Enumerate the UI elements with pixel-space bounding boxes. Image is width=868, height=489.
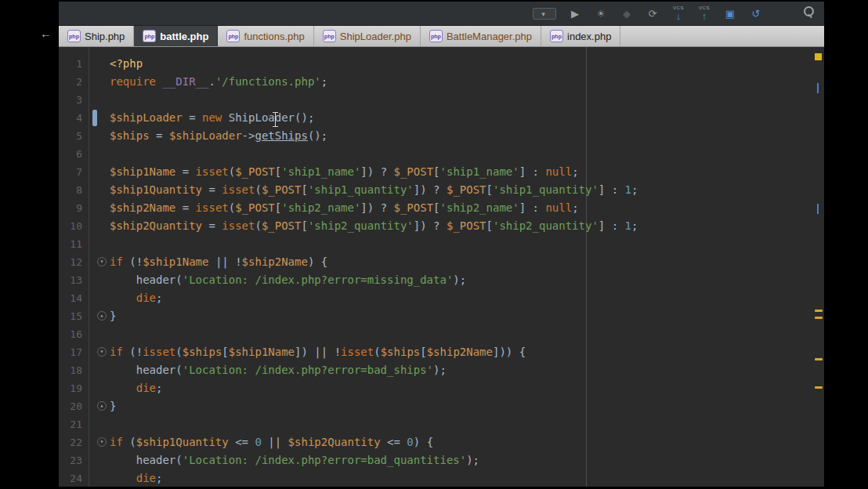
fold-expand-icon[interactable]: ▴ (97, 401, 107, 411)
code-line[interactable]: 10$ship2Quantity = isset($_POST['ship2_q… (59, 217, 813, 235)
gutter-cell (82, 163, 110, 181)
error-stripe[interactable] (813, 47, 824, 487)
tab-battle-php[interactable]: phpbattle.php (134, 26, 218, 46)
tab-index-php[interactable]: phpindex.php (541, 26, 620, 46)
search-everywhere-icon[interactable] (801, 4, 816, 23)
code-text: $ships = $shipLoader->getShips(); (110, 127, 327, 145)
fold-collapse-icon[interactable]: ▾ (97, 257, 107, 266)
line-number[interactable]: 4 (59, 109, 82, 127)
line-number[interactable]: 19 (59, 379, 82, 397)
gutter-cell (82, 109, 110, 127)
gutter-cell (82, 217, 110, 235)
line-number[interactable]: 9 (59, 199, 82, 217)
line-number[interactable]: 11 (59, 235, 82, 253)
vcs-update-icon[interactable]: VCS↓ (671, 4, 685, 23)
stripe-marker-warning[interactable] (815, 386, 823, 389)
code-line[interactable]: 20▴} (59, 397, 813, 415)
fold-collapse-icon[interactable]: ▾ (97, 437, 107, 447)
code-line[interactable]: 23 header('Location: /index.php?error=ba… (59, 451, 813, 469)
code-line[interactable]: 22▾if ($ship1Quantity <= 0 || $ship2Quan… (59, 433, 813, 451)
code-line[interactable]: 14 die; (59, 289, 813, 307)
stripe-marker-warning[interactable] (815, 317, 823, 319)
stripe-marker-warning[interactable] (815, 310, 823, 312)
stripe-marker-square[interactable] (815, 53, 822, 60)
stripe-marker-info[interactable] (817, 83, 819, 93)
gutter-cell (82, 289, 110, 307)
code-line[interactable]: 13 header('Location: /index.php?error=mi… (59, 271, 813, 289)
code-line[interactable]: 3 (59, 91, 813, 109)
rollback-icon[interactable]: ↺ (749, 4, 763, 23)
line-number[interactable]: 2 (59, 73, 82, 91)
line-number[interactable]: 13 (59, 271, 82, 289)
code-line[interactable]: 21 (59, 415, 813, 433)
code-line[interactable]: 12▾if (!$ship1Name || !$ship2Name) { (59, 253, 813, 271)
changes-icon[interactable]: ▣ (723, 4, 737, 23)
gutter-cell (82, 361, 110, 379)
line-number[interactable]: 10 (59, 217, 82, 235)
code-lines[interactable]: 1<?php2require __DIR__.'/functions.php';… (59, 55, 813, 487)
code-line[interactable]: 19 die; (59, 379, 813, 397)
fold-expand-icon[interactable]: ▴ (97, 311, 107, 321)
tab-Ship-php[interactable]: phpShip.php (59, 26, 134, 46)
code-line[interactable]: 11 (59, 235, 813, 253)
coverage-icon[interactable]: ☀ (594, 4, 608, 23)
code-text: header('Location: /index.php?error=bad_s… (110, 361, 447, 379)
code-editor: 1<?php2require __DIR__.'/functions.php';… (59, 47, 824, 487)
profiler-icon[interactable]: ◆ (620, 4, 634, 23)
line-number[interactable]: 24 (59, 469, 82, 487)
code-line[interactable]: 2require __DIR__.'/functions.php'; (59, 73, 813, 91)
code-line[interactable]: 8$ship1Quantity = isset($_POST['ship1_qu… (59, 181, 813, 199)
line-number[interactable]: 17 (59, 343, 82, 361)
code-text: die; (110, 469, 162, 487)
mouse-text-cursor (273, 112, 278, 127)
back-arrow-icon[interactable]: ← (40, 27, 52, 39)
gutter-cell (82, 55, 110, 73)
line-number[interactable]: 23 (59, 451, 82, 469)
stripe-marker-info[interactable] (817, 204, 819, 214)
tab-label: Ship.php (85, 31, 125, 42)
code-line[interactable]: 5$ships = $shipLoader->getShips(); (59, 127, 813, 145)
tab-ShipLoader-php[interactable]: phpShipLoader.php (314, 26, 421, 46)
line-number[interactable]: 8 (59, 181, 82, 199)
code-line[interactable]: 4$shipLoader = new ShipLoader(); (59, 109, 813, 127)
coverage-icon-glyph: ☀ (596, 9, 606, 19)
code-line[interactable]: 1<?php (59, 55, 813, 73)
code-line[interactable]: 15▴} (59, 307, 813, 325)
tab-BattleManager-php[interactable]: phpBattleManager.php (421, 26, 541, 46)
code-text: header('Location: /index.php?error=missi… (110, 271, 466, 289)
line-number[interactable]: 18 (59, 361, 82, 379)
code-line[interactable]: 6 (59, 145, 813, 163)
fold-collapse-icon[interactable]: ▾ (97, 347, 107, 357)
line-number[interactable]: 1 (59, 55, 82, 73)
code-line[interactable]: 7$ship1Name = isset($_POST['ship1_name']… (59, 163, 813, 181)
update-project-icon[interactable]: ⟳ (646, 4, 660, 23)
run-configurations-dropdown[interactable]: ▾ (533, 8, 556, 20)
line-number[interactable]: 5 (59, 127, 82, 145)
code-line[interactable]: 17▾if (!isset($ships[$ship1Name]) || !is… (59, 343, 813, 361)
line-number[interactable]: 21 (59, 415, 82, 433)
line-number[interactable]: 6 (59, 145, 82, 163)
code-line[interactable]: 18 header('Location: /index.php?error=ba… (59, 361, 813, 379)
line-number[interactable]: 15 (59, 307, 82, 325)
code-text: die; (110, 289, 162, 307)
code-text: if (!isset($ships[$ship1Name]) || !isset… (110, 343, 526, 361)
line-number[interactable]: 7 (59, 163, 82, 181)
code-line[interactable]: 9$ship2Name = isset($_POST['ship2_name']… (59, 199, 813, 217)
code-text: die; (110, 379, 162, 397)
tab-functions-php[interactable]: phpfunctions.php (218, 26, 313, 46)
stripe-marker-warning[interactable] (815, 358, 823, 360)
line-number[interactable]: 22 (59, 433, 82, 451)
code-line[interactable]: 16 (59, 325, 813, 343)
vcs-commit-icon[interactable]: VCS↑ (697, 4, 711, 23)
run-icon[interactable]: ▶ (568, 4, 582, 23)
code-line[interactable]: 24 die; (59, 469, 813, 487)
line-number[interactable]: 16 (59, 325, 82, 343)
line-number[interactable]: 3 (59, 91, 82, 109)
update-project-icon-glyph: ⟳ (649, 9, 657, 19)
line-number[interactable]: 20 (59, 397, 82, 415)
line-number[interactable]: 14 (59, 289, 82, 307)
code-text: if ($ship1Quantity <= 0 || $ship2Quantit… (110, 433, 433, 451)
line-number[interactable]: 12 (59, 253, 82, 271)
php-file-icon: php (143, 30, 156, 42)
tab-label: functions.php (244, 31, 304, 42)
